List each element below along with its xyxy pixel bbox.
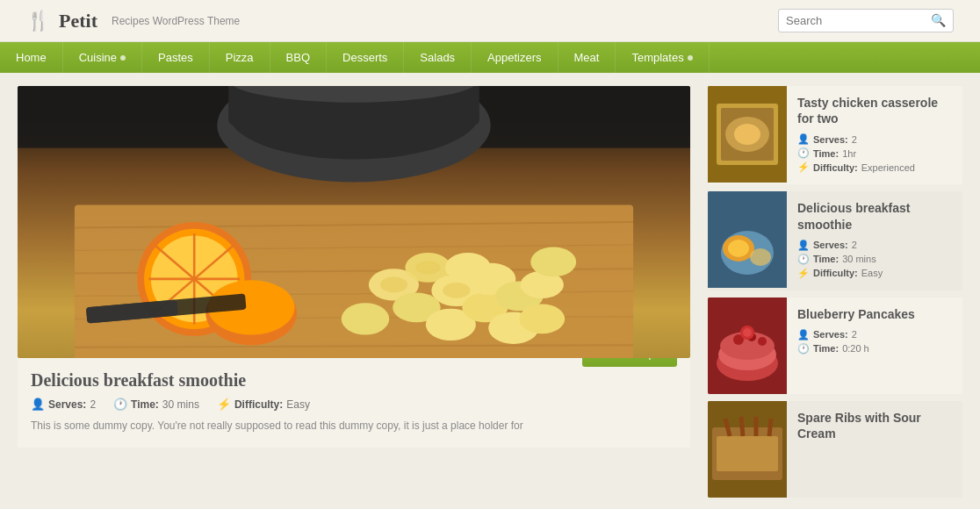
svg-rect-62 bbox=[717, 436, 778, 471]
s2-serves-label: Serves: bbox=[813, 240, 848, 250]
difficulty-label: Difficulty: bbox=[234, 398, 283, 411]
nav-appetizers-label: Appetizers bbox=[487, 51, 541, 64]
sidebar-card-1-difficulty: ⚡ Difficulty: Experienced bbox=[797, 161, 952, 173]
bolt-icon-s2: ⚡ bbox=[797, 268, 810, 279]
serves-value: 2 bbox=[90, 398, 96, 411]
person-icon-s2: 👤 bbox=[797, 240, 810, 251]
nav-pastes[interactable]: Pastes bbox=[142, 42, 210, 73]
s3-serves-val: 2 bbox=[852, 329, 857, 340]
nav-home[interactable]: Home bbox=[0, 42, 63, 73]
svg-point-45 bbox=[734, 124, 760, 145]
featured-image-inner bbox=[18, 86, 690, 358]
svg-point-34 bbox=[530, 247, 576, 277]
nav-templates[interactable]: Templates bbox=[616, 42, 709, 73]
s3-time-val: 0:20 h bbox=[842, 343, 869, 354]
person-icon-s3: 👤 bbox=[797, 329, 810, 341]
person-icon-s1: 👤 bbox=[797, 133, 810, 145]
time-meta: 🕐 Time: 30 mins bbox=[113, 398, 199, 411]
svg-point-38 bbox=[443, 283, 470, 298]
time-value: 30 mins bbox=[162, 398, 199, 411]
bolt-icon-s1: ⚡ bbox=[797, 161, 810, 173]
templates-dropdown-indicator bbox=[688, 55, 693, 61]
sidebar-thumb-2 bbox=[708, 191, 787, 288]
sidebar-thumb-4 bbox=[708, 401, 787, 498]
nav-salads[interactable]: Salads bbox=[404, 42, 472, 73]
nav-meat[interactable]: Meat bbox=[558, 42, 616, 73]
nav-templates-label: Templates bbox=[631, 51, 683, 64]
s2-time-val: 30 mins bbox=[842, 254, 876, 264]
svg-point-31 bbox=[519, 304, 565, 333]
svg-point-37 bbox=[415, 261, 441, 275]
svg-point-59 bbox=[743, 328, 752, 337]
s2-diff-label: Difficulty: bbox=[813, 268, 858, 278]
clock-icon-s3: 🕐 bbox=[797, 343, 810, 355]
svg-point-57 bbox=[758, 337, 767, 346]
sidebar-thumb-3-image bbox=[708, 298, 787, 394]
sidebar-card-1[interactable]: Tasty chicken casserole for two 👤 Serves… bbox=[708, 86, 962, 184]
sidebar-info-4: Spare Ribs with Sour Cream bbox=[787, 401, 962, 498]
time-label: Time: bbox=[131, 398, 159, 411]
search-icon[interactable]: 🔍 bbox=[931, 13, 946, 28]
s1-serves-label: Serves: bbox=[813, 134, 848, 145]
cuisine-dropdown-indicator bbox=[120, 55, 126, 61]
s1-diff-val: Experienced bbox=[861, 162, 915, 173]
article-area: Delicious breakfast smoothie View Recipe… bbox=[18, 86, 690, 505]
sidebar-thumb-1 bbox=[708, 86, 787, 183]
s3-time-label: Time: bbox=[813, 343, 839, 354]
sidebar-card-1-time: 🕐 Time: 1hr bbox=[797, 147, 952, 159]
nav-pizza[interactable]: Pizza bbox=[210, 42, 270, 73]
svg-point-32 bbox=[342, 303, 390, 334]
sidebar-card-3[interactable]: Blueberry Pancakes 👤 Serves: 2 🕐 Time: 0… bbox=[708, 298, 962, 394]
bolt-icon: ⚡ bbox=[217, 398, 231, 411]
sidebar-info-2: Delicious breakfast smoothie 👤 Serves: 2… bbox=[787, 191, 962, 290]
sidebar-card-4[interactable]: Spare Ribs with Sour Cream bbox=[708, 401, 962, 498]
nav-pizza-label: Pizza bbox=[226, 51, 254, 64]
difficulty-meta: ⚡ Difficulty: Easy bbox=[217, 398, 310, 411]
nav-salads-label: Salads bbox=[420, 51, 455, 64]
s1-diff-label: Difficulty: bbox=[813, 162, 858, 173]
nav-appetizers[interactable]: Appetizers bbox=[472, 42, 558, 73]
nav-bbq-label: BBQ bbox=[286, 51, 310, 64]
article-body: This is some dummy copy. You're not real… bbox=[31, 418, 677, 439]
difficulty-value: Easy bbox=[286, 398, 310, 411]
logo-text: Petit bbox=[59, 10, 97, 32]
nav-home-label: Home bbox=[16, 51, 47, 64]
s2-serves-val: 2 bbox=[852, 240, 857, 250]
nav-bbq[interactable]: BBQ bbox=[270, 42, 327, 73]
s2-time-label: Time: bbox=[813, 254, 839, 264]
svg-point-35 bbox=[445, 253, 491, 283]
svg-point-50 bbox=[750, 248, 771, 266]
search-input[interactable] bbox=[786, 14, 931, 27]
sidebar-card-2-serves: 👤 Serves: 2 bbox=[797, 240, 952, 251]
sidebar-card-2-title: Delicious breakfast smoothie bbox=[797, 200, 952, 232]
s2-diff-val: Easy bbox=[861, 268, 883, 278]
nav-meat-label: Meat bbox=[574, 51, 600, 64]
sidebar-thumb-2-image bbox=[708, 191, 787, 288]
search-box[interactable]: 🔍 bbox=[778, 9, 954, 32]
svg-point-36 bbox=[380, 276, 407, 292]
serves-meta: 👤 Serves: 2 bbox=[31, 398, 96, 411]
header: 🍴 Petit Recipes WordPress Theme 🔍 bbox=[0, 0, 980, 42]
sidebar-card-2-difficulty: ⚡ Difficulty: Easy bbox=[797, 268, 952, 279]
s1-time-val: 1hr bbox=[842, 148, 856, 159]
article-title-section: Delicious breakfast smoothie View Recipe… bbox=[18, 358, 690, 448]
logo-area: 🍴 Petit Recipes WordPress Theme bbox=[26, 10, 240, 32]
nav-cuisine[interactable]: Cuisine bbox=[63, 42, 142, 73]
sidebar-thumb-1-image bbox=[708, 86, 787, 183]
clock-icon-s2: 🕐 bbox=[797, 254, 810, 265]
featured-image bbox=[18, 86, 690, 358]
s1-serves-val: 2 bbox=[852, 134, 857, 145]
sidebar-card-2[interactable]: Delicious breakfast smoothie 👤 Serves: 2… bbox=[708, 191, 962, 290]
nav-desserts[interactable]: Desserts bbox=[327, 42, 404, 73]
main-content: Delicious breakfast smoothie View Recipe… bbox=[0, 73, 980, 509]
svg-line-66 bbox=[769, 419, 771, 436]
nav-pastes-label: Pastes bbox=[158, 51, 193, 64]
sidebar-thumb-4-image bbox=[708, 401, 787, 498]
clock-icon: 🕐 bbox=[113, 398, 127, 411]
article-title: Delicious breakfast smoothie bbox=[31, 370, 246, 391]
navbar: Home Cuisine Pastes Pizza BBQ Desserts S… bbox=[0, 42, 980, 73]
serves-label: Serves: bbox=[48, 398, 86, 411]
sidebar-info-1: Tasty chicken casserole for two 👤 Serves… bbox=[787, 86, 962, 184]
sidebar-info-3: Blueberry Pancakes 👤 Serves: 2 🕐 Time: 0… bbox=[787, 298, 962, 394]
logo-icon: 🍴 bbox=[26, 10, 50, 32]
